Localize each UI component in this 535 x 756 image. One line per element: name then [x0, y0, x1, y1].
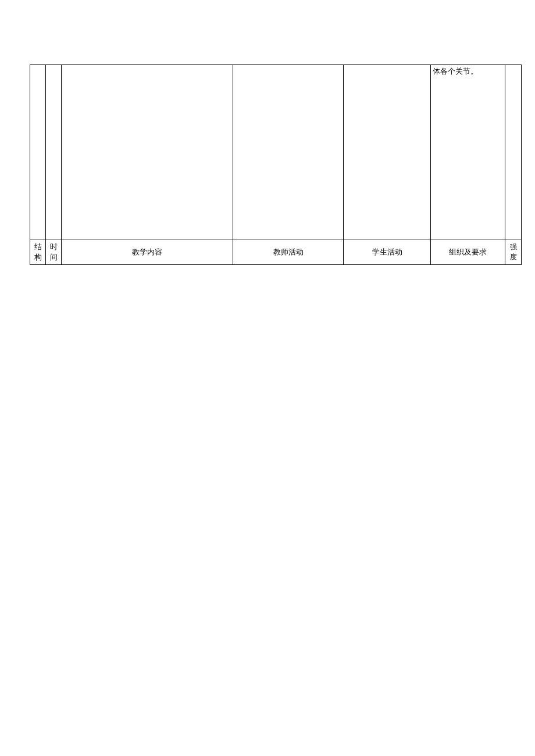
cell-time-content: [46, 65, 62, 239]
header-content: 教学内容: [62, 239, 233, 265]
header-time-text: 时间: [50, 242, 58, 261]
lesson-plan-table: 体各个关节。 结构 时间 教学内容 教师活动 学生活动 组织及要求 强度: [30, 65, 505, 265]
cell-teaching-content: [62, 65, 233, 239]
header-intensity: 强度: [505, 239, 522, 265]
header-student-text: 学生活动: [372, 248, 402, 256]
header-intensity-text: 强度: [510, 243, 517, 261]
header-teacher-text: 教师活动: [273, 248, 304, 256]
cell-teacher-content: [233, 65, 344, 239]
table-row-header: 结构 时间 教学内容 教师活动 学生活动 组织及要求 强度: [30, 239, 522, 265]
header-student: 学生活动: [344, 239, 431, 265]
header-teacher: 教师活动: [233, 239, 344, 265]
header-structure-text: 结构: [34, 242, 42, 261]
cell-structure-content: [30, 65, 46, 239]
cell-organize-content: 体各个关节。: [431, 65, 505, 239]
cell-student-content: [344, 65, 431, 239]
table: 体各个关节。 结构 时间 教学内容 教师活动 学生活动 组织及要求 强度: [30, 65, 522, 265]
header-structure: 结构: [30, 239, 46, 265]
header-organize: 组织及要求: [431, 239, 505, 265]
table-row-content: 体各个关节。: [30, 65, 522, 239]
header-content-text: 教学内容: [132, 248, 162, 256]
cell-intensity-content: [505, 65, 522, 239]
header-time: 时间: [46, 239, 62, 265]
header-organize-text: 组织及要求: [449, 248, 487, 256]
